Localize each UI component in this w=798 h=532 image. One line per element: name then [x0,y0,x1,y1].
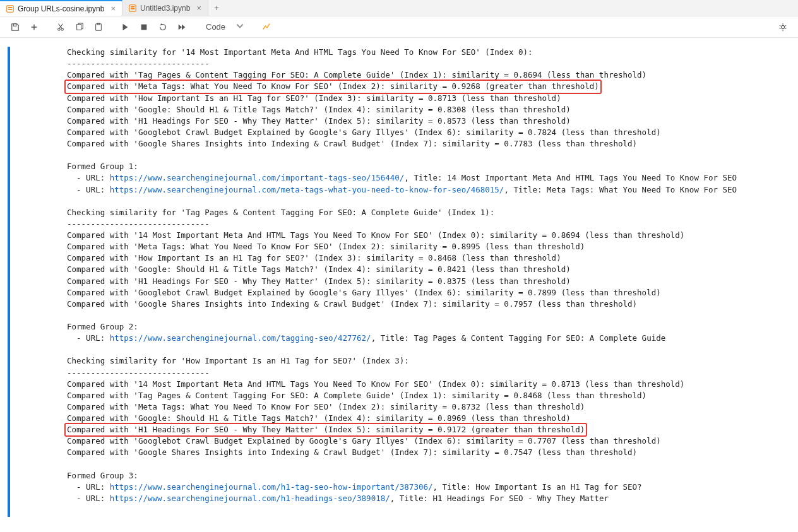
svg-rect-1 [8,7,12,8]
highlighted-comparison: Compared with 'Meta Tags: What You Need … [64,80,602,93]
save-button[interactable] [6,19,24,35]
save-icon [11,23,20,32]
close-icon[interactable]: × [110,4,116,13]
tab-group-urls-cosine[interactable]: Group URLs-cosine.ipynb × [0,0,122,16]
svg-rect-12 [141,24,147,30]
close-icon[interactable]: × [196,3,201,13]
notebook-tabbar: Group URLs-cosine.ipynb × Untitled3.ipyn… [0,0,798,16]
group-url-link[interactable]: https://www.searchenginejournal.com/h1-t… [110,482,433,492]
insert-cell-button[interactable] [25,19,43,35]
svg-rect-5 [131,8,134,9]
copy-button[interactable] [71,19,88,35]
group-url-link[interactable]: https://www.searchenginejournal.com/tagg… [110,333,371,343]
play-icon [121,23,129,32]
cell-type-label: Code [206,22,225,32]
cut-button[interactable] [52,19,69,35]
cell-output-area: Checking similarity for '14 Most Importa… [0,38,798,517]
paste-icon [94,23,103,32]
group-url-link[interactable]: https://www.searchenginejournal.com/impo… [110,173,405,182]
restart-button[interactable] [154,19,172,35]
render-button[interactable] [258,19,275,35]
copy-icon [75,23,84,32]
paste-button[interactable] [90,19,107,35]
chart-icon [262,23,271,32]
stop-icon [140,23,148,32]
cell-active-indicator [8,47,10,517]
tab-label: Group URLs-cosine.ipynb [18,4,104,13]
cut-icon [56,23,65,32]
interrupt-button[interactable] [135,19,153,35]
group-url-link[interactable]: https://www.searchenginejournal.com/h1-h… [110,494,390,503]
group-url-link[interactable]: https://www.searchenginejournal.com/meta… [110,185,504,194]
fast-forward-icon [177,23,186,32]
notebook-icon [6,5,14,13]
cell-gutter [0,47,11,517]
add-tab-button[interactable]: + [208,0,225,16]
notebook-icon [129,4,136,12]
tab-label: Untitled3.ipynb [140,4,190,13]
settings-button[interactable] [774,19,792,35]
plus-icon [30,23,39,32]
notebook-toolbar: Code [0,16,798,38]
run-button[interactable] [116,19,134,35]
restart-icon [158,23,167,32]
highlighted-comparison: Compared with 'H1 Headings For SEO - Why… [64,423,587,437]
svg-point-13 [781,25,784,28]
run-all-button[interactable] [173,19,191,35]
chevron-down-icon [235,21,244,32]
tab-untitled3[interactable]: Untitled3.ipynb × [122,0,208,16]
svg-rect-2 [8,9,12,10]
bug-icon [778,23,787,32]
cell-type-dropdown[interactable]: Code [200,19,256,35]
output-text: Checking similarity for '14 Most Importa… [11,47,737,517]
svg-rect-9 [77,24,81,30]
svg-rect-4 [131,6,134,8]
